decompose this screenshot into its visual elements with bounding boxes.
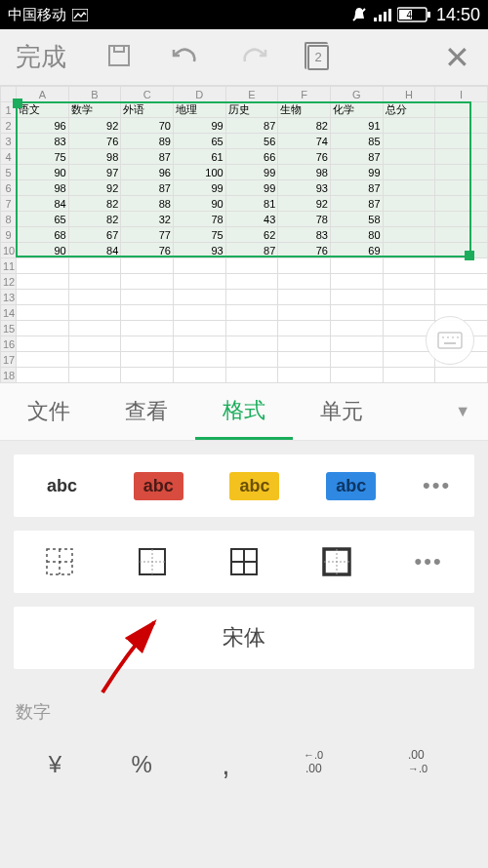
format-currency[interactable]: ¥ <box>49 751 61 778</box>
col-header[interactable]: G <box>330 87 383 102</box>
cell[interactable] <box>68 368 121 383</box>
cell[interactable] <box>173 352 225 368</box>
cell[interactable]: 69 <box>330 243 383 258</box>
cell[interactable] <box>383 368 435 383</box>
col-header[interactable]: F <box>278 87 331 102</box>
row-header[interactable]: 9 <box>1 227 17 243</box>
cell[interactable]: 地理 <box>173 102 225 118</box>
font-row[interactable]: 宋体 <box>14 607 474 669</box>
col-header[interactable]: H <box>383 87 435 102</box>
format-thousands[interactable]: , <box>222 748 229 781</box>
cell[interactable] <box>435 180 488 196</box>
cell[interactable]: 76 <box>278 149 331 165</box>
format-decrease-decimal[interactable]: .00→.0 <box>404 747 439 782</box>
save-icon[interactable] <box>106 43 132 72</box>
cell[interactable] <box>17 368 69 383</box>
cell[interactable] <box>225 352 278 368</box>
cell[interactable]: 数学 <box>68 102 121 118</box>
cell[interactable] <box>435 258 488 274</box>
row-header[interactable]: 10 <box>1 243 17 258</box>
cell[interactable] <box>435 368 488 383</box>
tab-format[interactable]: 格式 <box>195 383 293 440</box>
cell[interactable] <box>68 305 121 321</box>
cell[interactable]: 87 <box>330 180 383 196</box>
cell[interactable]: 76 <box>278 243 331 258</box>
cell[interactable]: 87 <box>121 149 174 165</box>
cell[interactable] <box>121 305 174 321</box>
cell[interactable]: 82 <box>278 118 331 134</box>
cell[interactable]: 90 <box>173 196 225 212</box>
cell[interactable] <box>17 305 69 321</box>
cell[interactable]: 88 <box>121 196 174 212</box>
cell[interactable] <box>225 368 278 383</box>
cell[interactable]: 98 <box>278 165 331 180</box>
row-header[interactable]: 16 <box>1 336 17 352</box>
col-header[interactable]: A <box>17 87 69 102</box>
cell[interactable]: 98 <box>17 180 69 196</box>
cell[interactable] <box>330 336 383 352</box>
cell[interactable] <box>383 305 435 321</box>
cell[interactable] <box>173 258 225 274</box>
cell[interactable]: 82 <box>68 196 121 212</box>
cell[interactable] <box>278 336 331 352</box>
cell[interactable]: 87 <box>225 118 278 134</box>
format-percent[interactable]: % <box>131 751 151 778</box>
col-header[interactable]: E <box>225 87 278 102</box>
cell[interactable] <box>435 243 488 258</box>
cell[interactable] <box>68 321 121 336</box>
row-header[interactable]: 6 <box>1 180 17 196</box>
cell[interactable] <box>278 321 331 336</box>
cell[interactable]: 100 <box>173 165 225 180</box>
cell[interactable]: 89 <box>121 134 174 149</box>
cell[interactable]: 历史 <box>225 102 278 118</box>
cell[interactable] <box>330 321 383 336</box>
tabs-overflow-icon[interactable]: ▼ <box>437 403 488 420</box>
cell[interactable] <box>330 274 383 290</box>
cell[interactable] <box>278 305 331 321</box>
cell[interactable] <box>383 134 435 149</box>
cell[interactable] <box>17 321 69 336</box>
cell[interactable]: 97 <box>68 165 121 180</box>
cell[interactable]: 56 <box>225 134 278 149</box>
cell[interactable] <box>17 290 69 305</box>
row-header[interactable]: 3 <box>1 134 17 149</box>
close-icon[interactable]: ✕ <box>436 39 478 76</box>
border-outer-icon[interactable] <box>138 547 167 576</box>
style-more-icon[interactable]: ••• <box>423 473 451 498</box>
cell[interactable] <box>121 290 174 305</box>
cell[interactable]: 81 <box>225 196 278 212</box>
cell[interactable]: 67 <box>68 227 121 243</box>
cell[interactable]: 77 <box>121 227 174 243</box>
cell[interactable] <box>330 368 383 383</box>
cell[interactable]: 96 <box>17 118 69 134</box>
cell[interactable] <box>435 212 488 227</box>
row-header[interactable]: 7 <box>1 196 17 212</box>
cell[interactable] <box>173 290 225 305</box>
cell[interactable] <box>225 258 278 274</box>
cell[interactable]: 78 <box>173 212 225 227</box>
cell[interactable]: 语文 <box>17 102 69 118</box>
cell[interactable]: 外语 <box>121 102 174 118</box>
cell[interactable]: 62 <box>225 227 278 243</box>
cell[interactable]: 99 <box>330 165 383 180</box>
keyboard-fab[interactable] <box>426 316 474 365</box>
cell[interactable] <box>435 102 488 118</box>
cell[interactable]: 93 <box>173 243 225 258</box>
cell[interactable] <box>278 258 331 274</box>
cell[interactable]: 85 <box>330 134 383 149</box>
cell[interactable] <box>173 305 225 321</box>
cell[interactable]: 61 <box>173 149 225 165</box>
cell[interactable] <box>173 336 225 352</box>
cell[interactable]: 99 <box>173 118 225 134</box>
border-thick-box-icon[interactable] <box>322 547 351 576</box>
row-header[interactable]: 17 <box>1 352 17 368</box>
tab-view[interactable]: 查看 <box>98 383 195 440</box>
cell[interactable]: 65 <box>173 134 225 149</box>
style-plain[interactable]: abc <box>37 472 87 500</box>
cell[interactable]: 65 <box>17 212 69 227</box>
cell[interactable]: 74 <box>278 134 331 149</box>
cell[interactable]: 90 <box>17 165 69 180</box>
cell[interactable] <box>68 290 121 305</box>
cell[interactable] <box>435 227 488 243</box>
spreadsheet-area[interactable]: ABCDEFGHI1语文数学外语地理历史生物化学总分29692709987829… <box>0 86 488 382</box>
